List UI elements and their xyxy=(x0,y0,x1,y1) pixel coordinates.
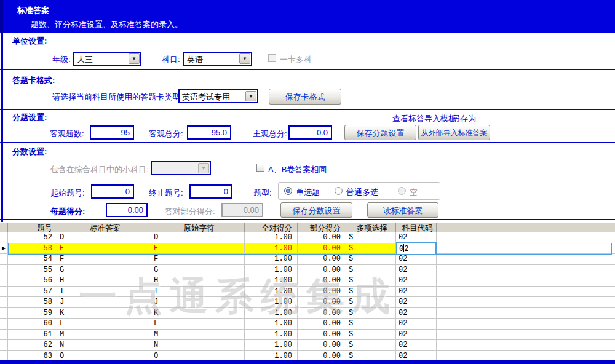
end-number-input[interactable]: 0 xyxy=(189,184,232,199)
cell-multi[interactable]: S xyxy=(346,275,396,287)
table-row[interactable]: 59KK1.000.00S02 xyxy=(0,308,615,319)
cell-code[interactable]: 02 xyxy=(396,287,437,298)
row-selector[interactable] xyxy=(0,330,8,341)
cell-answer[interactable]: M xyxy=(57,330,151,341)
cell-multi[interactable]: S xyxy=(346,340,396,351)
cell-multi[interactable]: S xyxy=(346,287,396,298)
cell-answer[interactable]: D xyxy=(57,232,151,243)
cell-raw[interactable]: E xyxy=(151,243,245,255)
card-type-select[interactable]: 英语考试专用 ▼ xyxy=(178,89,258,103)
cell-raw[interactable]: H xyxy=(151,275,245,287)
cell-no[interactable]: 54 xyxy=(8,254,57,265)
row-selector[interactable] xyxy=(0,254,8,265)
cell-full[interactable]: 1.00 xyxy=(245,265,298,276)
cell-partial[interactable]: 0.00 xyxy=(298,318,346,330)
cell-raw[interactable]: L xyxy=(151,318,245,330)
cell-raw[interactable]: M xyxy=(151,330,245,341)
cell-multi[interactable]: S xyxy=(346,330,396,341)
save-division-button[interactable]: 保存分题设置 xyxy=(344,125,416,140)
cell-code[interactable]: 02 xyxy=(396,254,437,265)
subject-select[interactable]: 英语 ▼ xyxy=(183,52,252,66)
multi-card-checkbox[interactable] xyxy=(268,54,276,62)
header-subject-code[interactable]: 科目代码 xyxy=(396,223,437,232)
chevron-down-icon[interactable]: ▼ xyxy=(245,91,256,101)
objective-total-input[interactable]: 95.0 xyxy=(187,125,231,140)
row-selector[interactable]: ▶ xyxy=(0,243,8,255)
subjective-total-input[interactable]: 0.0 xyxy=(288,125,332,140)
row-selector[interactable] xyxy=(0,297,8,308)
cell-answer[interactable]: K xyxy=(57,308,151,319)
row-selector[interactable] xyxy=(0,287,8,298)
cell-multi[interactable]: S xyxy=(346,243,396,255)
cell-raw[interactable]: J xyxy=(151,297,245,308)
cell-full[interactable]: 1.00 xyxy=(245,287,298,298)
cell-partial[interactable]: 0.00 xyxy=(298,308,346,319)
ab-same-checkbox[interactable] xyxy=(256,164,264,172)
cell-multi[interactable]: S xyxy=(346,265,396,276)
header-multi-select[interactable]: 多项选择 xyxy=(346,223,396,232)
cell-no[interactable]: 56 xyxy=(8,275,57,287)
row-selector[interactable] xyxy=(0,340,8,351)
cell-no[interactable]: 58 xyxy=(8,297,57,308)
chevron-down-icon[interactable]: ▼ xyxy=(129,53,140,64)
cell-partial[interactable]: 0.00 xyxy=(298,275,346,287)
cell-partial[interactable]: 0.00 xyxy=(298,232,346,243)
cell-code[interactable]: 02 xyxy=(396,232,437,243)
row-selector[interactable] xyxy=(0,232,8,243)
table-row[interactable]: 60LL1.000.00S02 xyxy=(0,318,615,330)
import-answers-button[interactable]: 从外部导入标准答案 xyxy=(418,125,490,140)
chevron-down-icon[interactable]: ▼ xyxy=(198,163,209,173)
cell-multi[interactable]: S xyxy=(346,308,396,319)
save-as-link[interactable]: 另存为 xyxy=(452,113,476,124)
header-standard-answer[interactable]: 标准答案 xyxy=(57,223,151,232)
cell-full[interactable]: 1.00 xyxy=(245,340,298,351)
cell-no[interactable]: 57 xyxy=(8,287,57,298)
radio-multi-choice[interactable] xyxy=(335,187,343,195)
cell-code[interactable]: 02 xyxy=(396,275,437,287)
cell-multi[interactable]: S xyxy=(346,297,396,308)
partial-score-input[interactable]: 0.00 xyxy=(221,203,263,217)
cell-full[interactable]: 1.00 xyxy=(245,232,298,243)
table-row[interactable]: 54FF1.000.00S02 xyxy=(0,254,615,265)
cell-full[interactable]: 1.00 xyxy=(245,297,298,308)
cell-answer[interactable]: N xyxy=(57,340,151,351)
row-selector[interactable] xyxy=(0,308,8,319)
cell-raw[interactable]: K xyxy=(151,308,245,319)
start-number-input[interactable]: 0 xyxy=(91,184,134,199)
table-row[interactable]: 62NN1.000.00S02 xyxy=(0,340,615,351)
cell-answer[interactable]: E xyxy=(57,243,151,255)
cell-partial[interactable]: 0.00 xyxy=(298,254,346,265)
table-row[interactable]: ▶53EE1.000.00S xyxy=(0,243,615,255)
cell-answer[interactable]: F xyxy=(57,254,151,265)
sub-subject-select[interactable]: ▼ xyxy=(151,161,211,175)
cell-code[interactable]: 02 xyxy=(396,297,437,308)
cell-multi[interactable]: S xyxy=(346,232,396,243)
header-raw-chars[interactable]: 原始字符 xyxy=(151,223,245,232)
cell-partial[interactable]: 0.00 xyxy=(298,340,346,351)
cell-answer[interactable]: H xyxy=(57,275,151,287)
table-row[interactable]: 56HH1.000.00S02 xyxy=(0,275,615,287)
save-score-button[interactable]: 保存分数设置 xyxy=(280,202,352,218)
cell-multi[interactable]: S xyxy=(346,254,396,265)
cell-full[interactable]: 1.00 xyxy=(245,243,298,255)
radio-single-choice[interactable] xyxy=(284,187,292,195)
cell-no[interactable]: 62 xyxy=(8,340,57,351)
cell-code[interactable]: 02 xyxy=(396,318,437,330)
table-row[interactable]: 55GG1.000.00S02 xyxy=(0,265,615,276)
cell-no[interactable]: 52 xyxy=(8,232,57,243)
objective-count-input[interactable]: 95 xyxy=(90,125,134,140)
cell-no[interactable]: 59 xyxy=(8,308,57,319)
cell-full[interactable]: 1.00 xyxy=(245,318,298,330)
cell-code[interactable]: 02 xyxy=(396,265,437,276)
header-partial-score[interactable]: 部分得分 xyxy=(298,223,346,232)
cell-raw[interactable]: I xyxy=(151,287,245,298)
cell-raw[interactable]: D xyxy=(151,232,245,243)
cell-no[interactable]: 53 xyxy=(8,243,57,255)
row-selector[interactable] xyxy=(0,275,8,287)
radio-empty[interactable] xyxy=(398,187,406,195)
save-card-format-button[interactable]: 保存卡格式 xyxy=(269,89,341,105)
cell-answer[interactable]: G xyxy=(57,265,151,276)
read-answers-button[interactable]: 读标准答案 xyxy=(367,202,438,218)
grade-select[interactable]: 大三 ▼ xyxy=(73,52,141,66)
cell-raw[interactable]: G xyxy=(151,265,245,276)
